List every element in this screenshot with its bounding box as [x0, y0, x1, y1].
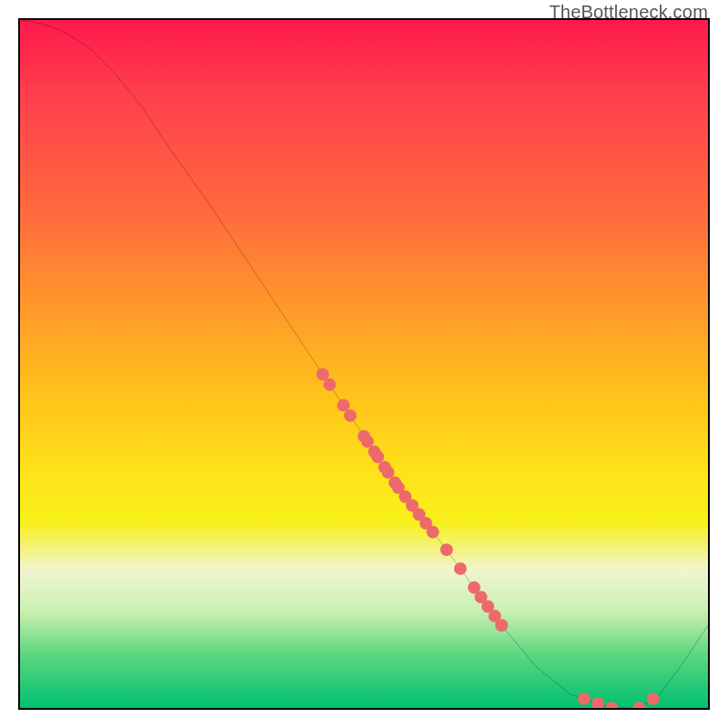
chart-overlay: [20, 20, 708, 708]
scatter-point: [605, 702, 618, 708]
chart-stage: TheBottleneck.com: [0, 0, 728, 728]
scatter-point: [317, 368, 329, 380]
scatter-point: [371, 450, 384, 463]
scatter-points: [317, 368, 660, 708]
scatter-point: [344, 410, 357, 422]
scatter-point: [440, 543, 453, 556]
scatter-point: [647, 693, 660, 705]
scatter-point: [381, 466, 394, 479]
bottleneck-curve: [20, 20, 708, 708]
plot-area: [18, 18, 710, 710]
scatter-point: [632, 702, 645, 708]
scatter-point: [592, 697, 604, 708]
scatter-point: [427, 526, 440, 539]
scatter-point: [361, 435, 374, 448]
scatter-point: [454, 562, 467, 575]
scatter-point: [578, 693, 591, 705]
scatter-point: [323, 379, 336, 391]
scatter-point: [495, 619, 508, 632]
scatter-point: [337, 399, 349, 411]
